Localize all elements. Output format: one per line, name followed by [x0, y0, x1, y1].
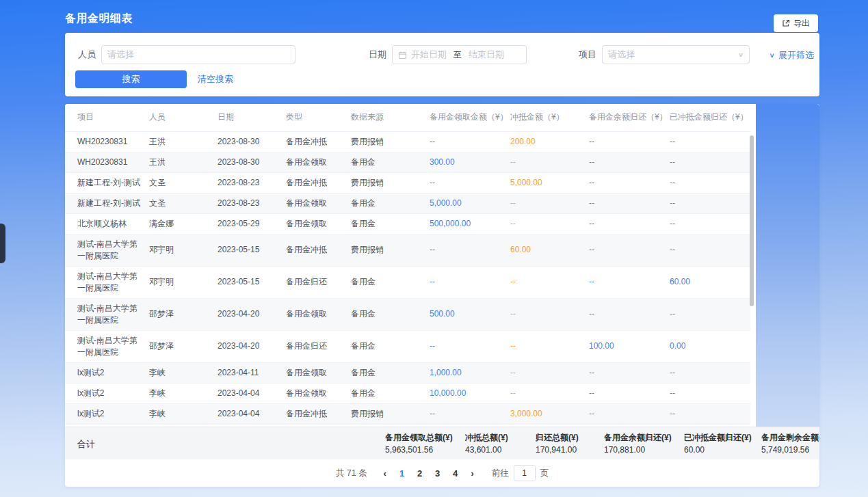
table-cell: --	[510, 362, 589, 383]
table-cell: --	[430, 266, 510, 298]
table-cell: 满金娜	[149, 213, 218, 234]
table-row[interactable]: lx测试2李峡2023-04-11备用金领取备用金1,000.00------	[65, 362, 750, 383]
vertical-scrollbar[interactable]	[750, 135, 754, 306]
summary-item-value: 170,941.00	[536, 445, 579, 455]
table-cell: 王洪	[149, 131, 218, 152]
table-row[interactable]: lx测试2李峡2023-04-04备用金冲抵费用报销--3,000.00----	[65, 403, 750, 424]
summary-item: 备用金领取总额(¥)5,963,501.56	[385, 433, 453, 455]
table-cell: 备用金	[351, 362, 430, 383]
table-row[interactable]: lx测试2李峡2023-04-04备用金领取备用金10,000.00------	[65, 383, 750, 403]
table-cell: 备用金领取	[286, 298, 351, 330]
summary-item-label: 备用金领取总额(¥)	[385, 433, 453, 443]
table-cell: 2023-08-23	[218, 172, 286, 193]
person-filter-label: 人员	[65, 49, 96, 61]
pagination: 共 71 条 ‹ 1234 › 前往 页	[65, 459, 819, 487]
search-button[interactable]: 搜索	[75, 70, 187, 88]
page-title: 备用金明细表	[65, 12, 133, 26]
expand-filters-label: 展开筛选	[778, 49, 814, 62]
table-cell: 王洪	[149, 152, 218, 172]
summary-item-label: 冲抵总额(¥)	[465, 433, 508, 443]
table-cell: --	[589, 266, 670, 298]
table-cell: 文圣	[149, 193, 218, 213]
table-cell: 备用金	[351, 266, 430, 298]
summary-item: 冲抵总额(¥)43,601.00	[465, 433, 508, 455]
table-cell: --	[430, 330, 510, 362]
table-cell: 2023-04-04	[218, 383, 286, 403]
table-cell: 测试-南昌大学第一附属医院	[65, 330, 149, 362]
column-header: 数据来源	[351, 104, 430, 131]
table-cell: 2023-04-20	[218, 298, 286, 330]
page-number[interactable]: 4	[447, 468, 464, 479]
drawer-handle[interactable]	[0, 224, 5, 263]
summary-item: 备用金剩余金额(¥)5,749,019.56	[761, 433, 819, 455]
table-cell: --	[430, 172, 510, 193]
person-select[interactable]: 请选择	[101, 45, 295, 64]
goto-page-label: 前往	[492, 468, 509, 479]
clear-search-link[interactable]: 清空搜索	[198, 73, 233, 85]
page-number[interactable]: 1	[393, 468, 411, 479]
export-button[interactable]: 导出	[774, 14, 818, 32]
table-cell: 邓宇明	[149, 234, 218, 266]
table-cell: 测试-南昌大学第一附属医院	[65, 234, 149, 266]
table-cell: --	[589, 362, 670, 383]
table-cell: --	[670, 193, 750, 213]
filter-panel: 人员 请选择 日期 开始日期 至 结束日期 项目 请选择 ∨	[65, 33, 819, 96]
next-page-button[interactable]: ›	[464, 468, 481, 479]
table-cell: --	[670, 131, 750, 152]
table-cell: --	[670, 152, 750, 172]
summary-item: 已冲抵金额归还(¥)60.00	[684, 433, 752, 455]
table-cell: 1,000.00	[430, 362, 510, 383]
summary-item-label: 已冲抵金额归还(¥)	[684, 433, 752, 443]
table-cell: 2023-05-29	[218, 213, 286, 234]
table-row[interactable]: WH20230831王洪2023-08-30备用金领取备用金300.00----…	[65, 152, 750, 172]
table-cell: 备用金冲抵	[286, 131, 351, 152]
prev-page-button[interactable]: ‹	[377, 468, 393, 479]
table-cell: 备用金	[351, 383, 430, 403]
table-cell: --	[589, 298, 670, 330]
summary-item-value: 60.00	[684, 445, 752, 455]
table-cell: 备用金领取	[286, 193, 351, 213]
date-range-picker[interactable]: 开始日期 至 结束日期	[392, 45, 527, 64]
table-row[interactable]: 新建工程-刘-测试文圣2023-08-23备用金冲抵费用报销--5,000.00…	[65, 172, 750, 193]
table-row[interactable]: 测试-南昌大学第一附属医院邓宇明2023-05-15备用金归还备用金------…	[65, 266, 750, 298]
table-cell: --	[510, 266, 589, 298]
expand-filters-link[interactable]: ∨ 展开筛选	[769, 49, 814, 62]
table-row[interactable]: 测试-南昌大学第一附属医院邵梦泽2023-04-20备用金领取备用金500.00…	[65, 298, 750, 330]
column-header: 人员	[149, 104, 218, 131]
table-cell: 新建工程-刘-测试	[65, 193, 149, 213]
table-cell: 邵梦泽	[149, 298, 218, 330]
page-number[interactable]: 3	[429, 468, 447, 479]
table-cell: --	[510, 152, 589, 172]
table-row[interactable]: 北京顺义杨林满金娜2023-05-29备用金领取备用金500,000.00---…	[65, 213, 750, 234]
table-row[interactable]: 测试-南昌大学第一附属医院邓宇明2023-05-15备用金冲抵费用报销--60.…	[65, 234, 750, 266]
table-cell: 备用金冲抵	[286, 172, 351, 193]
table-cell: --	[589, 152, 670, 172]
table-cell: 备用金	[351, 213, 430, 234]
page-number[interactable]: 2	[411, 468, 429, 479]
table-cell: 2023-04-20	[218, 330, 286, 362]
table-cell: 备用金	[351, 193, 430, 213]
table-cell: --	[589, 234, 670, 266]
summary-item-label: 备用金余额归还(¥)	[604, 433, 672, 443]
column-header: 已冲抵金额归还（¥）	[670, 104, 750, 131]
table-row[interactable]: WH20230831王洪2023-08-30备用金冲抵费用报销--200.00-…	[65, 131, 750, 152]
table-row[interactable]: 新建工程-刘-测试文圣2023-08-23备用金领取备用金5,000.00---…	[65, 193, 750, 213]
table-cell: 备用金	[351, 330, 430, 362]
table-cell: 费用报销	[351, 172, 430, 193]
table-cell: 300.00	[430, 152, 510, 172]
table-cell: 2023-08-23	[218, 193, 286, 213]
table-cell: --	[670, 298, 750, 330]
summary-item-value: 43,601.00	[465, 445, 508, 455]
chevron-down-icon: ∨	[738, 52, 744, 58]
table-cell: --	[589, 193, 670, 213]
background-strip	[756, 104, 819, 427]
table-cell: 测试-南昌大学第一附属医院	[65, 266, 149, 298]
table-row[interactable]: 测试-南昌大学第一附属医院邵梦泽2023-04-20备用金归还备用金----10…	[65, 330, 750, 362]
goto-page-input[interactable]	[514, 465, 536, 481]
table-cell: --	[670, 383, 750, 403]
table-cell: 500.00	[430, 298, 510, 330]
table-cell: 测试-南昌大学第一附属医院	[65, 298, 149, 330]
table-cell: 2023-04-04	[218, 403, 286, 424]
project-select[interactable]: 请选择 ∨	[602, 45, 750, 64]
table-cell: --	[510, 298, 589, 330]
